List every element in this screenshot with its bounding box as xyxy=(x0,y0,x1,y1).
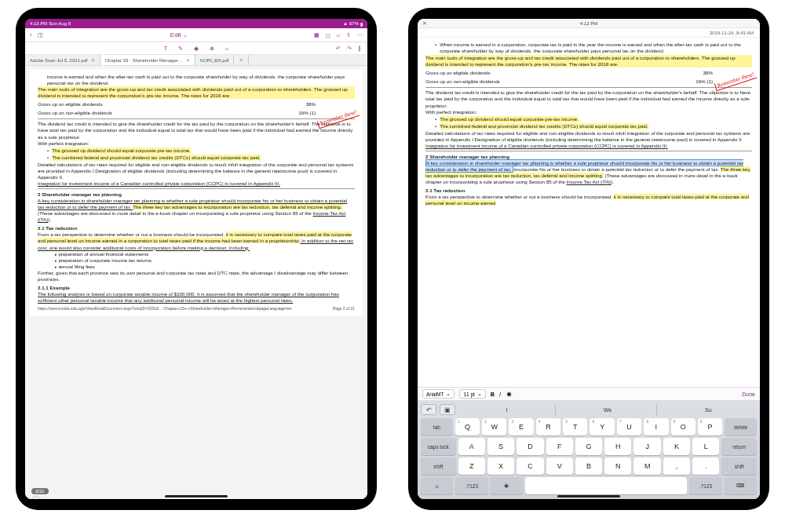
text-selection[interactable]: A key consideration in shareholder manag… xyxy=(425,159,743,173)
row-label: Gross up on eligible dividends xyxy=(425,70,491,76)
key[interactable]: C xyxy=(517,457,543,475)
link-icon[interactable]: ⌕ xyxy=(225,45,228,52)
hide-keyboard-key[interactable]: ⌨ xyxy=(725,477,757,494)
undo-icon[interactable]: ↶ xyxy=(336,45,341,52)
pause-icon[interactable]: ∥ xyxy=(358,45,361,52)
close-icon[interactable]: ✕ xyxy=(91,57,95,63)
mic-key[interactable]: ◉ xyxy=(491,477,523,494)
key[interactable]: 7U xyxy=(617,418,641,435)
redo-icon[interactable]: ↷ xyxy=(347,45,352,52)
bold-button[interactable]: B xyxy=(491,391,495,398)
tab-add[interactable]: + xyxy=(234,55,248,65)
key[interactable]: A xyxy=(458,438,485,455)
timestamp: 2019-11-24, 8:43 AM xyxy=(710,31,754,35)
ipad-left: 4:13 PM Sun Aug 8 ▲ 67% ▮ ‹ ◫ Edit ⌄ ▦ ◻… xyxy=(16,8,377,510)
key[interactable]: 8I xyxy=(644,418,668,435)
search-icon[interactable]: ⌕ xyxy=(337,31,340,38)
mic-icon[interactable]: ◉ xyxy=(194,45,199,52)
body-text: A key consideration in shareholder manag… xyxy=(38,198,355,223)
main-toolbar: ‹ ◫ Edit ⌄ ▦ ◻ ⌕ ⇧ ⋯ xyxy=(25,28,367,42)
capslock-key[interactable]: caps lock xyxy=(421,438,456,455)
home-indicator[interactable] xyxy=(557,495,620,497)
signature-icon[interactable]: ✎ xyxy=(178,45,183,52)
key[interactable]: 9O xyxy=(671,418,696,435)
tab-0[interactable]: Adobe Scan Jul 5, 2021.pdf ✕ xyxy=(25,55,100,65)
tab-2[interactable]: NORI_EN.pdf xyxy=(195,55,235,65)
back-icon[interactable]: ‹ xyxy=(30,31,31,38)
size-select[interactable]: 11 pt⌄ xyxy=(459,389,485,399)
tab-label: Adobe Scan Jul 5, 2021.pdf xyxy=(30,58,88,63)
body-text: A key consideration in shareholder manag… xyxy=(425,160,752,185)
status-date: Sun Aug 8 xyxy=(49,21,71,26)
tab-label: NORI_EN.pdf xyxy=(200,58,229,63)
key[interactable]: M xyxy=(633,457,660,475)
key[interactable]: 6Y xyxy=(590,418,614,435)
key[interactable]: N xyxy=(604,457,631,475)
body-text: The following analysis is based on corpo… xyxy=(38,291,355,304)
key[interactable]: . xyxy=(692,457,719,475)
grid-icon[interactable]: ▦ xyxy=(314,31,319,38)
key[interactable]: B xyxy=(575,457,602,475)
key[interactable]: X xyxy=(487,457,514,475)
key[interactable]: F xyxy=(546,438,573,455)
body-text: Integration for investment income of a C… xyxy=(38,180,355,187)
wifi-icon: ▲ xyxy=(343,21,348,26)
key[interactable]: 5T xyxy=(563,418,587,435)
color-swatch[interactable] xyxy=(506,391,513,398)
row-value: 38% xyxy=(703,70,713,76)
key[interactable]: 2W xyxy=(482,418,506,435)
tab-key[interactable]: tab xyxy=(421,418,453,435)
close-icon[interactable]: ✕ xyxy=(186,57,190,63)
bookmark-icon[interactable]: ◻ xyxy=(326,31,330,38)
key[interactable]: 4R xyxy=(536,418,560,435)
italic-button[interactable]: I xyxy=(499,391,501,398)
page: income is earned and when the after-tax … xyxy=(30,69,363,316)
key[interactable]: 1Q xyxy=(455,418,480,435)
space-key[interactable] xyxy=(525,477,688,494)
home-indicator[interactable] xyxy=(165,495,228,497)
key[interactable]: Z xyxy=(458,457,485,475)
mode-label[interactable]: Edit xyxy=(170,31,181,38)
tab-1[interactable]: Chapter 33 - Shareholder Manager… ✕ xyxy=(100,55,195,65)
stamp-icon[interactable]: ⊕ xyxy=(210,45,214,52)
key[interactable]: K xyxy=(663,438,690,455)
shift-key[interactable]: shift xyxy=(721,457,757,475)
key[interactable]: , xyxy=(663,457,690,475)
text-tool-icon[interactable]: T xyxy=(164,45,167,52)
emoji-key[interactable]: ☺ xyxy=(421,477,453,494)
key[interactable]: H xyxy=(604,438,631,455)
key[interactable]: 0P xyxy=(698,418,722,435)
body-text: Detailed calculations of tax rates requi… xyxy=(38,162,355,180)
share-icon[interactable]: ⇧ xyxy=(346,31,351,38)
suggestion[interactable]: We xyxy=(559,404,656,415)
key[interactable]: L xyxy=(692,438,719,455)
body-text: With perfect integration: xyxy=(425,109,752,115)
key[interactable]: V xyxy=(546,457,573,475)
document-viewport[interactable]: •When income is earned in a corporation,… xyxy=(418,38,760,387)
key[interactable]: 3E xyxy=(509,418,533,435)
sidebar-icon[interactable]: ◫ xyxy=(38,31,43,38)
chevron-down-icon[interactable]: ⌄ xyxy=(183,32,188,38)
highlight: The grossed up dividend should equal cor… xyxy=(52,148,191,154)
close-icon[interactable]: ✕ xyxy=(422,20,427,27)
numeric-key[interactable]: .?123 xyxy=(689,477,721,494)
thumbnail-button[interactable]: ▭ xyxy=(31,496,41,499)
numeric-key[interactable]: .?123 xyxy=(455,477,487,494)
key[interactable]: S xyxy=(487,438,514,455)
return-key[interactable]: return xyxy=(721,438,757,455)
suggestion[interactable]: So xyxy=(660,404,757,415)
key[interactable]: J xyxy=(633,438,660,455)
shift-key[interactable]: shift xyxy=(421,457,456,475)
done-button[interactable]: Done xyxy=(742,392,755,397)
key[interactable]: G xyxy=(575,438,602,455)
clipboard-key[interactable]: ▣ xyxy=(440,404,455,415)
highlight: The main tools of integration are the gr… xyxy=(425,55,752,67)
status-bar: 4:13 PM Sun Aug 8 ▲ 67% ▮ xyxy=(25,19,367,28)
key[interactable]: D xyxy=(517,438,543,455)
font-select[interactable]: ArialMT⌄ xyxy=(422,389,455,399)
document-viewport[interactable]: income is earned and when the after-tax … xyxy=(25,66,367,499)
delete-key[interactable]: delete xyxy=(725,418,757,435)
more-icon[interactable]: ⋯ xyxy=(357,31,363,38)
undo-key[interactable]: ↶ xyxy=(421,404,436,415)
suggestion[interactable]: I xyxy=(458,404,556,415)
